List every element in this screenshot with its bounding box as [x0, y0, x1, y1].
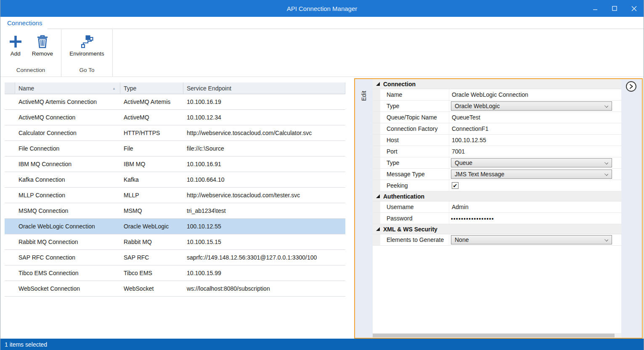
- table-cell: 10.100.664.10: [183, 172, 345, 187]
- property-row: TypeOracle WebLogic: [373, 101, 621, 112]
- property-value-cell: QueueTest: [449, 112, 621, 123]
- dropdown[interactable]: Queue: [451, 158, 612, 167]
- table-cell: Kafka: [120, 172, 183, 187]
- add-button[interactable]: Add: [5, 32, 26, 64]
- table-cell: IBM MQ: [120, 156, 183, 172]
- property-label: Password: [380, 213, 449, 224]
- dropdown-selected-value: Oracle WebLogic: [455, 103, 500, 109]
- table-row[interactable]: ActiveMQ Artemis ConnectionActiveMQ Arte…: [5, 94, 345, 110]
- collapse-panel-button[interactable]: [626, 81, 636, 92]
- section-title: XML & WS Security: [383, 226, 437, 233]
- row-indicator-cell: [5, 265, 15, 281]
- dropdown[interactable]: JMS Text Message: [451, 170, 612, 179]
- close-button[interactable]: [624, 0, 644, 17]
- minimize-button[interactable]: [586, 0, 605, 17]
- text-field[interactable]: Admin: [451, 204, 469, 210]
- chevron-down-icon: [604, 161, 608, 164]
- section-header[interactable]: Authentication: [373, 191, 621, 202]
- remove-button[interactable]: Remove: [29, 32, 56, 64]
- property-label: Queue/Topic Name: [380, 112, 449, 123]
- row-indent: [373, 89, 380, 100]
- scrollbar-thumb[interactable]: [373, 334, 615, 337]
- property-label: Elements to Generate: [380, 234, 449, 245]
- table-row[interactable]: IBM MQ ConnectionIBM MQ10.100.16.91: [5, 156, 345, 172]
- edit-panel: Edit ConnectionNameOracle WebLogic Conne…: [354, 78, 643, 339]
- environments-button[interactable]: Environments: [66, 32, 108, 64]
- property-value-cell: 7001: [449, 146, 621, 157]
- edit-panel-tab[interactable]: Edit: [355, 85, 373, 107]
- table-cell: MSMQ: [120, 203, 183, 218]
- maximize-icon: [612, 6, 617, 11]
- table-cell: 10.100.12.34: [183, 110, 345, 125]
- row-indent: [373, 213, 380, 224]
- text-field[interactable]: ConnectionF1: [451, 125, 488, 132]
- section-header[interactable]: XML & WS Security: [373, 224, 621, 234]
- property-value-cell: None: [449, 234, 621, 245]
- window-title: API Connection Manager: [0, 5, 644, 12]
- edit-panel-margin: [621, 79, 642, 338]
- expander-expanded-icon[interactable]: [376, 194, 380, 198]
- table-row[interactable]: Oracle WebLogic ConnectionOracle WebLogi…: [5, 219, 345, 234]
- row-indicator-cell: [5, 203, 15, 218]
- property-row: Password•••••••••••••••••: [373, 213, 621, 224]
- property-row: Host100.10.12.55: [373, 135, 621, 146]
- edit-panel-tab-strip: Edit: [355, 79, 373, 338]
- maximize-button[interactable]: [605, 0, 624, 17]
- tab-connections[interactable]: Connections: [7, 19, 42, 27]
- row-indent: [373, 180, 380, 191]
- table-row[interactable]: Rabbit MQ ConnectionRabbit MQ10.100.15.1…: [5, 234, 345, 250]
- dropdown-selected-value: None: [455, 236, 469, 243]
- property-row: Elements to GenerateNone: [373, 234, 621, 246]
- window-controls: [586, 0, 644, 17]
- row-indent: [373, 123, 380, 134]
- table-row[interactable]: File ConnectionFilefile://c:\Source: [5, 141, 345, 156]
- table-row[interactable]: ActiveMQ ConnectionActiveMQ10.100.12.34: [5, 110, 345, 125]
- table-cell: File Connection: [15, 141, 120, 156]
- property-row: TypeQueue: [373, 157, 621, 169]
- property-row: Port7001: [373, 146, 621, 157]
- table-row[interactable]: Calculator ConnectionHTTP/HTTPShttp://we…: [5, 125, 345, 141]
- password-field[interactable]: •••••••••••••••••: [451, 215, 494, 222]
- table-row[interactable]: Tibco EMS ConnectionTibco EMS10.100.15.9…: [5, 265, 345, 281]
- table-row[interactable]: Kafka ConnectionKafka10.100.664.10: [5, 172, 345, 188]
- row-indicator-cell: [5, 281, 15, 296]
- title-bar: API Connection Manager: [0, 0, 644, 17]
- dropdown[interactable]: None: [451, 235, 612, 244]
- text-field[interactable]: Oracle WebLogic Connection: [451, 91, 528, 98]
- row-indicator-cell: [5, 250, 15, 265]
- ribbon-group-goto: Environments Go To: [61, 29, 113, 77]
- edit-panel-tab-label: Edit: [360, 91, 367, 101]
- table-row[interactable]: MLLP ConnectionMLLPhttp://webservice.tos…: [5, 188, 345, 203]
- table-cell: WebSocket Connection: [15, 281, 120, 296]
- column-header-type[interactable]: Type: [120, 82, 183, 94]
- property-label: Peeking: [380, 180, 449, 191]
- property-label: Type: [380, 101, 449, 111]
- text-field[interactable]: 7001: [451, 148, 465, 155]
- property-value-cell: •••••••••••••••••: [449, 213, 621, 224]
- table-cell: ws://localhost:8080/subscription: [183, 281, 345, 296]
- property-row: Peeking✔: [373, 180, 621, 191]
- column-header-name[interactable]: Name▲: [15, 82, 120, 94]
- section-header[interactable]: Connection: [373, 79, 621, 89]
- table-cell: tri_ab1234\test: [183, 203, 345, 218]
- table-cell: Rabbit MQ Connection: [15, 234, 120, 249]
- table-cell: SAP RFC Connection: [15, 250, 120, 265]
- table-row[interactable]: MSMQ ConnectionMSMQtri_ab1234\test: [5, 203, 345, 219]
- expander-expanded-icon[interactable]: [376, 82, 380, 86]
- table-cell: Tibco EMS: [120, 265, 183, 281]
- property-row: NameOracle WebLogic Connection: [373, 89, 621, 101]
- table-cell: MLLP: [120, 188, 183, 203]
- peeking-checkbox[interactable]: ✔: [452, 182, 458, 189]
- horizontal-scrollbar[interactable]: [373, 333, 621, 338]
- text-field[interactable]: 100.10.12.55: [451, 137, 486, 143]
- column-header-service-endpoint[interactable]: Service Endpoint: [183, 82, 345, 94]
- table-row[interactable]: WebSocket ConnectionWebSocketws://localh…: [5, 281, 345, 297]
- expander-expanded-icon[interactable]: [376, 227, 380, 231]
- text-field[interactable]: QueueTest: [451, 114, 480, 121]
- dropdown[interactable]: Oracle WebLogic: [451, 101, 612, 111]
- table-row[interactable]: SAP RFC ConnectionSAP RFCsaprfc://149.14…: [5, 250, 345, 265]
- property-value-cell: 100.10.12.55: [449, 135, 621, 146]
- property-value-cell: Oracle WebLogic: [449, 101, 621, 111]
- table-cell: Oracle WebLogic Connection: [15, 219, 120, 234]
- minimize-icon: [593, 6, 598, 11]
